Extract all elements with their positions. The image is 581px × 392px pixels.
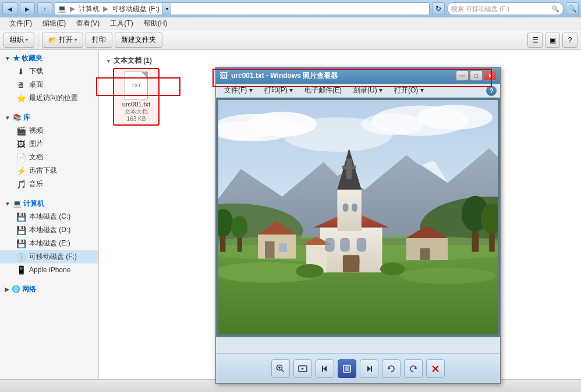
sidebar-item-f[interactable]: 💿 可移动磁盘 (F:) <box>0 250 98 263</box>
address-bar-dropdown[interactable]: ▾ <box>162 3 171 15</box>
pv-maximize-button[interactable]: □ <box>470 70 483 81</box>
sidebar-item-xunlei[interactable]: ⚡ 迅雷下载 <box>0 164 98 177</box>
help-btn[interactable]: ? <box>562 33 578 48</box>
pv-fit-button[interactable] <box>338 359 356 378</box>
up-button[interactable]: ↑ <box>37 2 52 15</box>
sidebar-item-d[interactable]: 💾 本地磁盘 (D:) <box>0 223 98 237</box>
sidebar-item-video[interactable]: 🎬 视频 <box>0 124 98 137</box>
menu-bar: 文件(F) 编辑(E) 查看(V) 工具(T) 帮助(H) <box>0 17 581 30</box>
svg-rect-40 <box>346 159 352 180</box>
svg-marker-57 <box>323 366 327 372</box>
file-item-urc001[interactable]: TXT urc001.txt 文本文档 163 KB <box>113 68 160 126</box>
print-label: 打印 <box>92 35 106 45</box>
libraries-chevron: ▼ <box>5 115 10 121</box>
desktop-icon: 🖥 <box>16 80 26 90</box>
sidebar-item-c[interactable]: 💾 本地磁盘 (C:) <box>0 210 98 223</box>
sidebar-item-c-label: 本地磁盘 (C:) <box>29 212 70 222</box>
sidebar-item-e[interactable]: 💾 本地磁盘 (E:) <box>0 237 98 250</box>
back-button[interactable]: ◀ <box>2 2 17 15</box>
print-button[interactable]: 打印 <box>86 33 112 48</box>
sidebar-item-desktop-label: 桌面 <box>29 80 43 90</box>
pv-menu-file[interactable]: 文件(F) ▾ <box>219 84 257 97</box>
sidebar-computer-header[interactable]: ▼ 💻 计算机 <box>0 198 98 210</box>
sidebar-item-music[interactable]: 🎵 音乐 <box>0 177 98 191</box>
disk-c-icon: 💾 <box>16 212 26 222</box>
sidebar-item-documents[interactable]: 📄 文档 <box>0 151 98 164</box>
pv-close-button[interactable]: ✕ <box>484 70 497 81</box>
download-icon: ⬇ <box>16 67 26 76</box>
pv-controls <box>216 353 500 383</box>
sidebar-network-header[interactable]: ▶ 🌐 网络 <box>0 283 98 295</box>
disk-e-icon: 💾 <box>16 239 26 248</box>
address-part2[interactable]: 可移动磁盘 (F:) <box>112 4 160 14</box>
svg-rect-37 <box>343 204 348 212</box>
pv-slideshow-button[interactable] <box>293 359 312 378</box>
search-box[interactable]: 搜索 可移动磁盘 (F:) 🔍 <box>447 2 564 15</box>
search-icon: 🔍 <box>551 5 559 13</box>
sidebar-item-desktop[interactable]: 🖥 桌面 <box>0 78 98 91</box>
svg-rect-43 <box>340 238 350 252</box>
folder-header-text: ▼ 文本文档 (1) <box>104 55 576 67</box>
sidebar-computer-section: ▼ 💻 计算机 💾 本地磁盘 (C:) 💾 本地磁盘 (D:) 💾 本地磁盘 (… <box>0 198 98 276</box>
open-arrow: ▾ <box>75 37 77 42</box>
computer-label: 💻 计算机 <box>13 199 44 209</box>
file-type-label: 文本文档 <box>125 108 148 116</box>
toolbar-sep1 <box>38 33 38 47</box>
zoom-icon <box>276 364 285 373</box>
preview-pane-btn[interactable]: ▣ <box>545 33 560 48</box>
svg-point-20 <box>231 216 247 238</box>
address-computer[interactable]: 💻 <box>58 5 66 13</box>
pv-minimize-button[interactable]: — <box>456 70 469 81</box>
menu-file[interactable]: 文件(F) <box>5 17 37 30</box>
forward-button[interactable]: ▶ <box>20 2 35 15</box>
pv-next-button[interactable] <box>360 359 378 378</box>
sidebar-favorites-header[interactable]: ▼ ★ 收藏夹 <box>0 52 98 65</box>
pv-zoom-button[interactable] <box>271 359 290 378</box>
search-button[interactable]: 🔍 <box>566 2 579 15</box>
menu-help[interactable]: 帮助(H) <box>139 17 172 30</box>
disk-f-icon: 💿 <box>16 252 26 262</box>
pv-help-button[interactable]: ? <box>486 85 497 96</box>
favorites-label: ★ 收藏夹 <box>13 54 42 63</box>
pv-menu-email[interactable]: 电子邮件(E) <box>300 84 346 97</box>
pv-title-icon: 🖼 <box>219 71 228 80</box>
open-icon: 📂 <box>48 36 57 44</box>
organize-button[interactable]: 组织 ▾ <box>3 33 34 48</box>
sidebar-libraries-header[interactable]: ▼ 📚 库 <box>0 112 98 124</box>
new-folder-button[interactable]: 新建文件夹 <box>115 33 162 48</box>
sidebar-network-section: ▶ 🌐 网络 <box>0 283 98 295</box>
pv-menu-burn[interactable]: 刻录(U) ▾ <box>349 84 387 97</box>
address-part1[interactable]: 计算机 <box>79 4 100 14</box>
toolbar: 组织 ▾ 📂 打开 ▾ 打印 新建文件夹 ☰ ▣ ? <box>0 30 581 50</box>
pv-menu-open[interactable]: 打开(O) ▾ <box>389 84 428 97</box>
sidebar-item-pictures[interactable]: 🖼 图片 <box>0 137 98 151</box>
refresh-button[interactable]: ↻ <box>432 2 445 15</box>
pv-title-bar: 🖼 urc001.txt - Windows 照片查看器 — □ ✕ <box>216 67 500 84</box>
pv-menu-print[interactable]: 打印(P) ▾ <box>260 84 297 97</box>
menu-view[interactable]: 查看(V) <box>72 17 104 30</box>
txt-file-icon: TXT <box>125 72 148 99</box>
file-name-urc001: urc001.txt <box>122 101 150 108</box>
pv-prev-button[interactable] <box>316 359 334 378</box>
svg-rect-44 <box>357 238 367 252</box>
svg-rect-41 <box>342 166 356 169</box>
pv-delete-button[interactable] <box>426 359 445 378</box>
svg-point-7 <box>282 117 393 152</box>
pv-rotate-right-button[interactable] <box>404 359 423 378</box>
view-toggle-btn[interactable]: ☰ <box>527 33 543 48</box>
sidebar-item-music-label: 音乐 <box>29 179 43 189</box>
favorites-chevron: ▼ <box>5 55 10 62</box>
sidebar-divider1 <box>0 107 98 112</box>
sidebar-item-iphone[interactable]: 📱 Apple iPhone <box>0 263 98 276</box>
menu-tools[interactable]: 工具(T) <box>105 17 137 30</box>
svg-rect-31 <box>420 248 430 260</box>
open-button[interactable]: 📂 打开 ▾ <box>42 33 83 48</box>
file-size-label: 163 KB <box>127 116 146 122</box>
network-chevron: ▶ <box>5 286 9 293</box>
sidebar-favorites-section: ▼ ★ 收藏夹 ⬇ 下载 🖥 桌面 ⭐ 最近访问的位置 <box>0 52 98 105</box>
sidebar-item-download[interactable]: ⬇ 下载 <box>0 65 98 78</box>
pv-rotate-left-button[interactable] <box>382 359 401 378</box>
svg-rect-28 <box>279 244 287 252</box>
sidebar-item-recent[interactable]: ⭐ 最近访问的位置 <box>0 91 98 105</box>
menu-edit[interactable]: 编辑(E) <box>38 17 70 30</box>
